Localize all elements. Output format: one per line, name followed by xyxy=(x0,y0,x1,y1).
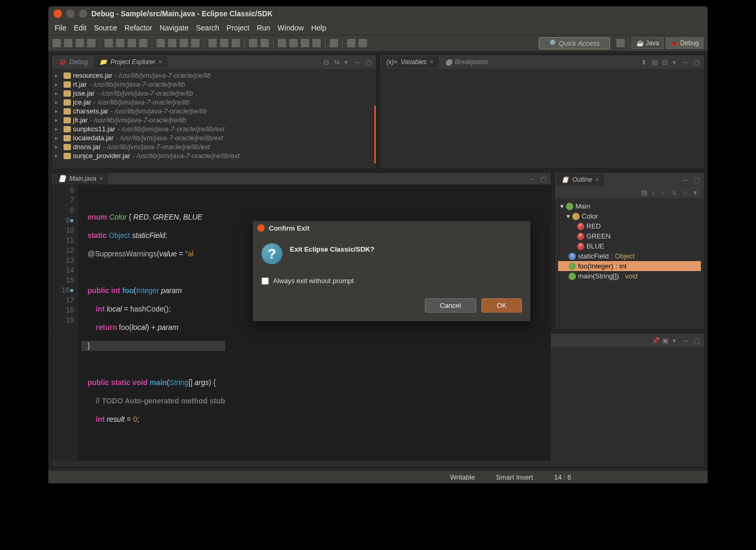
tree-item-jar[interactable]: ▸ rt.jar - /usr/lib/jvm/java-7-oracle/jr… xyxy=(55,80,373,89)
tree-item-jar[interactable]: ▸ jsse.jar - /usr/lib/jvm/java-7-oracle/… xyxy=(55,89,373,98)
menu-file[interactable]: File xyxy=(55,24,67,32)
new-package-icon[interactable] xyxy=(260,39,269,47)
outline-enum-value[interactable]: FGREEN xyxy=(558,231,701,241)
close-icon[interactable]: × xyxy=(430,58,434,66)
tree-item-jar[interactable]: ▸ resources.jar - /usr/lib/jvm/java-7-or… xyxy=(55,71,373,80)
hide-fields-icon[interactable]: ◦ xyxy=(662,189,669,196)
maximize-icon[interactable]: ▢ xyxy=(694,176,701,183)
nav-fwd-icon[interactable] xyxy=(359,39,367,47)
print-icon[interactable] xyxy=(87,39,96,47)
debug-icon[interactable] xyxy=(208,39,217,47)
minimize-icon[interactable]: ─ xyxy=(683,176,690,183)
minimize-icon[interactable]: ─ xyxy=(683,58,690,66)
open-type-icon[interactable] xyxy=(278,39,286,47)
expand-icon[interactable]: ▸ xyxy=(55,126,61,132)
tree-item-jar[interactable]: ▸ dnsns.jar - /usr/lib/jvm/java-7-oracle… xyxy=(55,142,373,151)
tab-breakpoints[interactable]: ⬤ Breakpoints xyxy=(440,56,494,68)
tab-main-java[interactable]: 📄 Main.java × xyxy=(53,173,108,184)
outline-enum-value[interactable]: FBLUE xyxy=(558,241,701,251)
toggle-mark-icon[interactable] xyxy=(312,39,321,47)
step-into-icon[interactable] xyxy=(156,39,165,47)
outline-tree[interactable]: ▾ Main ▾ Color FRED FGREEN FBLUE sstatic… xyxy=(555,198,704,329)
expand-icon[interactable]: ▸ xyxy=(55,90,61,96)
save-icon[interactable] xyxy=(64,39,72,47)
disconnect-icon[interactable] xyxy=(139,39,148,47)
minimize-icon[interactable]: ─ xyxy=(355,58,362,66)
outline-class[interactable]: ▾ Main xyxy=(558,201,701,211)
tree-item-jar[interactable]: ▸ charsets.jar - /usr/lib/jvm/java-7-ora… xyxy=(55,107,373,116)
tab-variables[interactable]: (x)= Variables × xyxy=(381,56,439,68)
outline-enum-value[interactable]: FRED xyxy=(558,221,701,231)
tree-item-jar[interactable]: ▸ localedata.jar - /usr/lib/jvm/java-7-o… xyxy=(55,133,373,142)
variables-body[interactable] xyxy=(380,69,704,169)
close-icon[interactable]: × xyxy=(595,176,599,183)
menu-refactor[interactable]: Refactor xyxy=(124,24,152,32)
collapse-icon[interactable]: ⊟ xyxy=(662,58,669,66)
step-over-icon[interactable] xyxy=(168,39,176,47)
always-exit-checkbox[interactable] xyxy=(261,277,269,285)
expand-icon[interactable]: ▸ xyxy=(55,108,61,114)
maximize-icon[interactable]: ▢ xyxy=(365,58,373,66)
maximize-icon[interactable]: ▢ xyxy=(540,175,548,182)
focus-icon[interactable]: ▤ xyxy=(641,189,648,196)
run-icon[interactable] xyxy=(220,39,228,47)
expand-icon[interactable]: ▸ xyxy=(55,99,61,105)
annotate-icon[interactable] xyxy=(301,39,309,47)
maximize-icon[interactable]: ▢ xyxy=(694,337,701,344)
open-console-icon[interactable]: ▾ xyxy=(673,337,680,344)
window-maximize-icon[interactable] xyxy=(79,9,87,18)
drop-frame-icon[interactable] xyxy=(191,39,200,47)
menu-source[interactable]: Source xyxy=(94,24,117,32)
logical-struct-icon[interactable]: ▤ xyxy=(652,58,659,66)
project-tree[interactable]: ▸ resources.jar - /usr/lib/jvm/java-7-or… xyxy=(52,69,376,169)
stop-icon[interactable] xyxy=(128,39,136,47)
maximize-icon[interactable]: ▢ xyxy=(694,58,701,66)
saveall-icon[interactable] xyxy=(76,39,84,47)
quick-access-input[interactable]: 🔍 Quick Access xyxy=(539,37,610,49)
expand-icon[interactable]: ▸ xyxy=(55,153,61,159)
dialog-close-icon[interactable] xyxy=(257,224,265,232)
open-perspective-icon[interactable] xyxy=(616,39,625,47)
window-minimize-icon[interactable] xyxy=(66,9,75,18)
close-icon[interactable]: × xyxy=(99,175,103,182)
run-last-icon[interactable] xyxy=(232,39,240,47)
menu-help[interactable]: Help xyxy=(311,24,327,32)
perspective-java[interactable]: ☕ Java xyxy=(632,37,664,49)
new-icon[interactable] xyxy=(52,39,61,47)
menu-run[interactable]: Run xyxy=(257,24,270,32)
close-icon[interactable]: × xyxy=(159,58,162,66)
link-editor-icon[interactable]: ⇆ xyxy=(334,58,341,66)
expand-icon[interactable]: ▸ xyxy=(55,135,61,141)
tab-outline[interactable]: 📋 Outline × xyxy=(556,174,604,185)
pause-icon[interactable] xyxy=(116,39,124,47)
collapse-all-icon[interactable]: ⊟ xyxy=(323,58,331,66)
outline-field[interactable]: sstaticField : Object xyxy=(558,251,701,261)
tab-project-explorer[interactable]: 📁 Project Explorer × xyxy=(94,56,167,68)
expand-icon[interactable]: ▸ xyxy=(55,81,61,87)
sort-icon[interactable]: ↕ xyxy=(652,189,659,196)
tab-debug[interactable]: 🐞 Debug xyxy=(53,56,93,68)
menu-navigate[interactable]: Navigate xyxy=(160,24,188,32)
tree-item-jar[interactable]: ▸ sunjce_provider.jar - /usr/lib/jvm/jav… xyxy=(55,151,373,160)
outline-enum[interactable]: ▾ Color xyxy=(558,211,701,221)
cancel-button[interactable]: Cancel xyxy=(425,298,476,313)
expand-icon[interactable]: ▸ xyxy=(55,72,61,78)
menu-window[interactable]: Window xyxy=(278,24,304,32)
code-area[interactable]: enum Color { RED, GREEN, BLUE static Obj… xyxy=(78,184,228,461)
perspective-debug[interactable]: 🐞 Debug xyxy=(666,37,704,49)
expand-icon[interactable]: ▸ xyxy=(55,117,61,123)
display-console-icon[interactable]: ▣ xyxy=(662,337,669,344)
nav-back-icon[interactable] xyxy=(347,39,355,47)
hide-nonpublic-icon[interactable]: ○ xyxy=(683,189,690,196)
window-close-icon[interactable] xyxy=(54,9,62,18)
view-menu-icon[interactable]: ▾ xyxy=(344,58,352,66)
view-menu-icon[interactable]: ▾ xyxy=(673,58,680,66)
tree-item-jar[interactable]: ▸ jce.jar - /usr/lib/jvm/java-7-oracle/j… xyxy=(55,98,373,107)
pin-icon[interactable] xyxy=(330,39,338,47)
pin-console-icon[interactable]: 📌 xyxy=(652,337,659,344)
tree-item-jar[interactable]: ▸ sunpkcs11.jar - /usr/lib/jvm/java-7-or… xyxy=(55,124,373,133)
view-menu-icon[interactable]: ▾ xyxy=(694,189,701,196)
ok-button[interactable]: OK xyxy=(481,298,522,313)
menu-search[interactable]: Search xyxy=(196,24,219,32)
tree-item-jar[interactable]: ▸ jfr.jar - /usr/lib/jvm/java-7-oracle/j… xyxy=(55,116,373,124)
